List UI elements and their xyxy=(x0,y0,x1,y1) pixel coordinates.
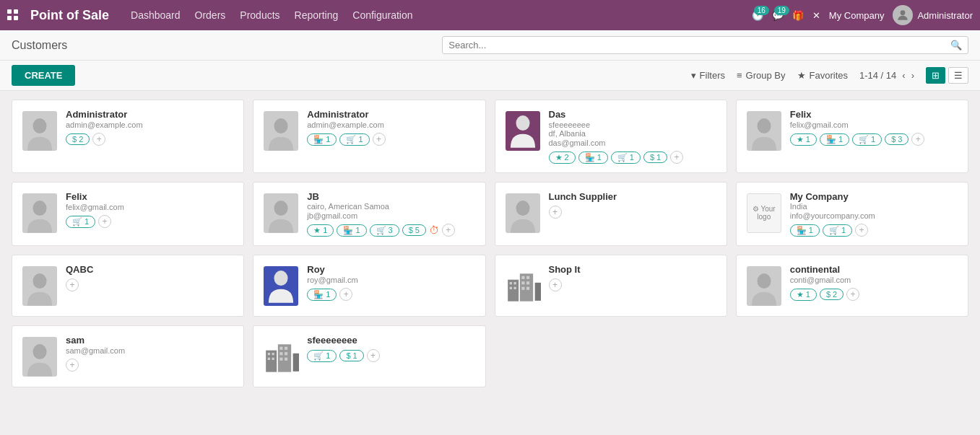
customer-card[interactable]: Administratoradmin@example.com 🏪1🛒1+ xyxy=(253,100,485,173)
customer-tag: ★2 xyxy=(549,151,576,164)
chat-notification[interactable]: 💬 19 xyxy=(772,10,784,21)
customer-tag: 🏪1 xyxy=(790,224,820,237)
list-view-button[interactable]: ☰ xyxy=(948,67,968,84)
customer-tags: + xyxy=(549,206,718,219)
svg-point-3 xyxy=(516,115,529,131)
add-activity-button[interactable]: + xyxy=(339,288,352,301)
filter-group: ▾ Filters ≡ Group By ★ Favorites xyxy=(691,70,848,81)
customer-email: info@yourcompany.com xyxy=(790,211,959,220)
customer-location: df, Albania xyxy=(549,129,718,138)
customer-tags: + xyxy=(66,278,235,291)
customer-info: Shop It + xyxy=(549,264,718,291)
customer-avatar xyxy=(262,264,300,307)
app-logo[interactable]: Point of Sale xyxy=(7,8,109,23)
filter-icon: ▾ xyxy=(691,70,696,81)
pagination: 1-14 / 14 ‹ › xyxy=(859,70,914,81)
search-icon[interactable]: 🔍 xyxy=(950,40,962,50)
customer-card[interactable]: Shop It + xyxy=(495,255,727,317)
customer-card[interactable]: Dassfeeeeeeeedf, Albaniadas@gmail.com ★2… xyxy=(495,100,727,173)
svg-point-24 xyxy=(33,344,47,359)
toolbar: CREATE ▾ Filters ≡ Group By ★ Favorites … xyxy=(0,61,980,91)
pagination-text: 1-14 / 14 xyxy=(859,70,896,81)
nav-orders[interactable]: Orders xyxy=(195,6,226,24)
add-activity-button[interactable]: + xyxy=(911,133,924,146)
customer-tag: 🛒1 xyxy=(852,133,882,146)
svg-point-23 xyxy=(757,273,771,289)
add-activity-button[interactable]: + xyxy=(846,288,859,301)
customer-card[interactable]: JBcairo, American Samoajb@gmail.com ★1🏪1… xyxy=(253,182,485,246)
customer-email: roy@gmail.cm xyxy=(307,276,476,284)
add-activity-button[interactable]: + xyxy=(92,133,105,146)
svg-rect-16 xyxy=(513,287,516,289)
nav-products[interactable]: Products xyxy=(240,6,279,24)
close-icon[interactable]: ✕ xyxy=(812,10,820,21)
customer-tag: $1 xyxy=(643,151,667,163)
user-menu[interactable]: Administrator xyxy=(893,5,973,25)
customer-email: conti@gmail.com xyxy=(790,276,959,284)
groupby-button[interactable]: ≡ Group By xyxy=(737,70,786,81)
add-activity-button[interactable]: + xyxy=(367,349,380,362)
customer-tag: 🏪1 xyxy=(578,151,608,164)
customer-card[interactable]: sfeeeeeeee 🛒1$1+ xyxy=(253,325,485,387)
search-bar[interactable]: 🔍 xyxy=(442,36,968,54)
customer-tag: 🏪1 xyxy=(307,289,337,301)
clock-notification[interactable]: 🕐 16 xyxy=(752,10,763,21)
svg-rect-14 xyxy=(513,282,516,284)
add-activity-button[interactable]: + xyxy=(98,215,111,228)
add-activity-button[interactable]: + xyxy=(855,224,868,237)
chat-badge: 19 xyxy=(774,6,789,15)
customer-email: das@gmail.com xyxy=(549,139,718,147)
customer-name: JB xyxy=(307,191,476,202)
add-activity-button[interactable]: + xyxy=(66,359,79,372)
svg-rect-18 xyxy=(526,276,529,279)
create-button[interactable]: CREATE xyxy=(12,65,75,86)
grid-view-button[interactable]: ⊞ xyxy=(926,67,945,84)
customer-name: Roy xyxy=(307,264,476,275)
svg-point-8 xyxy=(33,273,47,289)
customer-card[interactable]: QABC + xyxy=(12,255,244,317)
customer-info: JBcairo, American Samoajb@gmail.com ★1🏪1… xyxy=(307,191,476,237)
customer-tags: ★2🏪1🛒1$1+ xyxy=(549,151,718,164)
add-activity-button[interactable]: + xyxy=(442,224,455,237)
svg-rect-22 xyxy=(526,287,529,290)
customer-card[interactable]: ⚙ Your logo My CompanyIndiainfo@yourcomp… xyxy=(736,182,968,246)
add-activity-button[interactable]: + xyxy=(549,278,562,291)
customer-avatar xyxy=(21,109,58,152)
customer-card[interactable]: Royroy@gmail.cm 🏪1+ xyxy=(253,255,485,317)
customer-card[interactable]: Lunch Supplier + xyxy=(495,182,727,246)
svg-point-6 xyxy=(274,201,288,216)
customer-avatar xyxy=(262,109,300,152)
customer-tags: 🛒1+ xyxy=(66,215,235,228)
customer-tags: $2+ xyxy=(66,133,235,146)
customer-tags: ★1🏪1🛒1$3+ xyxy=(790,133,959,146)
nav-dashboard[interactable]: Dashboard xyxy=(131,6,181,24)
add-activity-button[interactable]: + xyxy=(549,206,562,219)
customer-tag: $3 xyxy=(885,133,909,145)
search-input[interactable] xyxy=(448,40,950,50)
nav-configuration[interactable]: Configuration xyxy=(352,6,412,24)
customer-card[interactable]: Felixfelix@gmail.com ★1🏪1🛒1$3+ xyxy=(736,100,968,173)
add-activity-button[interactable]: + xyxy=(670,151,683,164)
svg-rect-30 xyxy=(268,358,270,360)
svg-rect-27 xyxy=(293,353,299,372)
add-activity-button[interactable]: + xyxy=(66,278,79,291)
customer-tag: $5 xyxy=(402,224,426,236)
customer-card[interactable]: Administratoradmin@example.com $2+ xyxy=(12,100,244,173)
nav-reporting[interactable]: Reporting xyxy=(295,6,339,24)
customer-card[interactable]: continentalconti@gmail.com ★1$2+ xyxy=(736,255,968,317)
customers-grid: Administratoradmin@example.com $2+ Admin… xyxy=(0,91,980,396)
filters-button[interactable]: ▾ Filters xyxy=(691,70,725,81)
svg-point-9 xyxy=(274,271,288,286)
customer-card[interactable]: samsam@gmail.com + xyxy=(12,325,244,387)
prev-page[interactable]: ‹ xyxy=(902,70,905,81)
company-name[interactable]: My Company xyxy=(829,10,885,21)
next-page[interactable]: › xyxy=(911,70,914,81)
customer-info: Royroy@gmail.cm 🏪1+ xyxy=(307,264,476,301)
customer-card[interactable]: Felixfelix@gmail.com 🛒1+ xyxy=(12,182,244,246)
gift-icon[interactable]: 🎁 xyxy=(792,10,804,21)
svg-rect-20 xyxy=(526,281,529,284)
add-activity-button[interactable]: + xyxy=(373,133,386,146)
favorites-button[interactable]: ★ Favorites xyxy=(797,70,848,81)
page-title: Customers xyxy=(12,39,67,52)
customer-avatar xyxy=(21,335,58,378)
